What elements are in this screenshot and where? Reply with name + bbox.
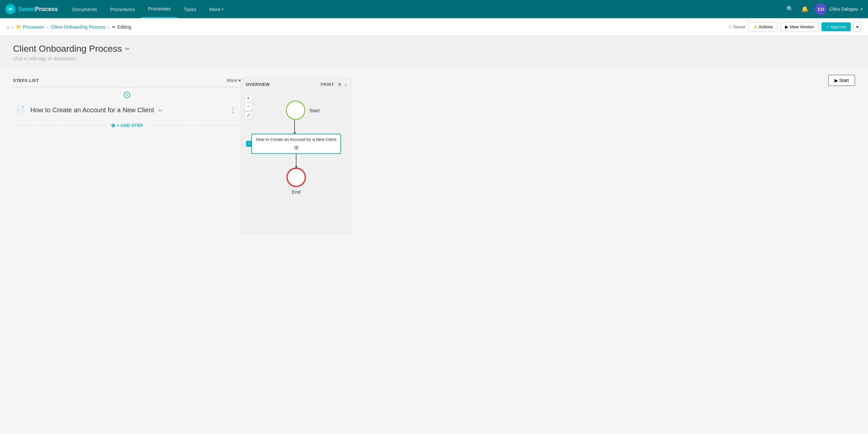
flow-end-node (286, 167, 306, 187)
chevron-down-icon: ▾ (222, 7, 224, 11)
zoom-out-button[interactable]: − (244, 103, 252, 111)
approve-button[interactable]: ✓ Approve (822, 23, 851, 31)
flow-end-label: End (292, 189, 301, 194)
sep: › (12, 24, 13, 30)
step-name: How to Create an Account for a New Clien… (30, 106, 223, 114)
nav-more[interactable]: More ▾ (203, 0, 230, 18)
breadcrumb-actions: ✓ Saved ⚡ Actions ▶ View Version ✓ Appro… (728, 22, 862, 32)
step-edit-icon[interactable]: ✏ (158, 108, 162, 113)
overview-actions: print ✕ › (320, 81, 347, 88)
description-placeholder[interactable]: Click to add tags or description... (13, 56, 855, 61)
nav-procedures[interactable]: Procedures (103, 0, 142, 18)
main-header: Client Onboarding Process ✏ Click to add… (0, 36, 868, 68)
nav-links: Documents Procedures Processes Tasks Mor… (66, 0, 785, 18)
content-area: STEPS LIST More ▾ + 📄 How to Create an A… (0, 68, 868, 244)
nav-processes[interactable]: Processes (142, 0, 177, 18)
add-step-top: + (13, 90, 241, 100)
navbar: SweetProcess Documents Procedures Proces… (0, 0, 868, 18)
zoom-in-button[interactable]: + (244, 94, 252, 102)
user-name: Chris Odogwu (829, 6, 858, 12)
overview-close-button[interactable]: ✕ (338, 81, 342, 88)
add-step-label-row: ⊕ + ADD STEP (13, 120, 241, 131)
flow-step-label: How to Create an Account for a New Clien… (256, 137, 336, 143)
flow-start-node (286, 100, 305, 120)
flow-start-label: Start (309, 108, 319, 113)
chevron-down-icon: ▾ (861, 7, 863, 11)
overview-title: OVERVIEW (246, 82, 270, 87)
add-step-circle-top[interactable]: + (124, 92, 130, 98)
steps-list-title: STEPS LIST (13, 78, 39, 83)
sep2: › (47, 24, 49, 30)
steps-more-button[interactable]: More ▾ (227, 78, 241, 83)
title-edit-icon[interactable]: ✏ (125, 46, 129, 52)
steps-panel: STEPS LIST More ▾ + 📄 How to Create an A… (13, 78, 241, 234)
avatar: CO (815, 3, 827, 15)
step-document-icon: 📄 (16, 106, 25, 114)
nav-actions: 🔍 🔔 CO Chris Odogwu ▾ (785, 3, 863, 15)
chevron-down-icon: ▾ (239, 78, 241, 83)
saved-status: ✓ Saved (728, 24, 745, 29)
breadcrumb-current: ✏Editing (112, 24, 131, 30)
steps-header: STEPS LIST More ▾ (13, 78, 241, 83)
overview-panel: OVERVIEW print ✕ › + − ⤢ Start ▼ (241, 78, 351, 234)
page-title: Client Onboarding Process ✏ (13, 43, 855, 54)
red-arrow-indicator (85, 242, 117, 244)
nav-tasks[interactable]: Tasks (177, 0, 203, 18)
overview-expand-button[interactable]: › (345, 82, 347, 88)
print-button[interactable]: print (320, 82, 334, 87)
logo-icon (5, 4, 16, 14)
sep3: › (108, 24, 110, 30)
view-version-button[interactable]: ▶ View Version (780, 22, 819, 32)
process-name-link[interactable]: Client Onboarding Process (51, 24, 105, 30)
add-step-button[interactable]: ⊕ + ADD STEP (106, 121, 148, 130)
processes-link[interactable]: 📁Processes (16, 24, 44, 30)
overview-header: OVERVIEW print ✕ › (241, 78, 351, 91)
divider (13, 87, 241, 87)
home-link[interactable]: ⌂ (6, 24, 9, 30)
actions-button[interactable]: ⚡ Actions (748, 22, 778, 32)
step-item: 📄 How to Create an Account for a New Cli… (13, 100, 241, 120)
step-expand-icon: ⊞ (256, 145, 336, 151)
step-menu-button[interactable]: ⋮ (228, 105, 238, 115)
logo[interactable]: SweetProcess (5, 4, 58, 14)
breadcrumb: ⌂ › 📁Processes › Client Onboarding Proce… (0, 18, 868, 36)
nav-documents[interactable]: Documents (66, 0, 103, 18)
notification-button[interactable]: 🔔 (800, 4, 810, 14)
user-menu[interactable]: CO Chris Odogwu ▾ (815, 3, 863, 15)
logo-text: SweetProcess (18, 6, 58, 13)
flow-step-node[interactable]: How to Create an Account for a New Clien… (251, 134, 341, 154)
search-button[interactable]: 🔍 (785, 4, 795, 14)
approve-dropdown-button[interactable]: ▾ (854, 22, 862, 32)
zoom-controls: + − ⤢ (244, 94, 252, 119)
fit-button[interactable]: ⤢ (244, 111, 252, 119)
